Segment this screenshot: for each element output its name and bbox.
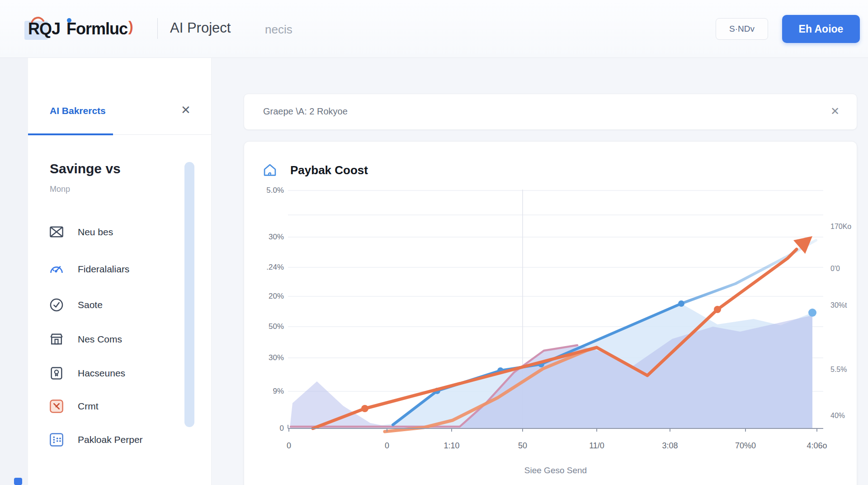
sidebar-item-label: Fideralaliars — [78, 264, 129, 275]
check-circle-icon — [49, 297, 64, 313]
app-logo: RQJ Formluc ) — [28, 16, 133, 42]
header-divider — [157, 18, 158, 39]
sidebar-item-nes-coms[interactable]: Nes Coms — [39, 327, 193, 352]
right-tick-label: 5.5% — [830, 366, 847, 374]
y-tick-label: 9% — [273, 387, 284, 396]
sidebar-item-label: Saote — [78, 300, 103, 310]
sidebar-item-hacseunes[interactable]: Hacseunes — [39, 361, 193, 386]
y-tick-label: 0 — [280, 424, 284, 433]
search-bar[interactable]: Graepe \A: 2 Rokyoe ✕ — [244, 94, 857, 130]
page-title: AI Project — [170, 20, 231, 36]
right-tick-label: 40% — [830, 412, 845, 420]
x-tick-label: 50 — [518, 441, 527, 451]
storefront-icon — [49, 332, 64, 347]
sidebar-tab-row: AI Bakrercts ✕ — [28, 58, 212, 135]
sidebar-item-neu-bes[interactable]: Neu bes — [39, 219, 193, 245]
y-axis-labels: 5.0%30%.24%20%50%30%9%0 — [252, 190, 284, 434]
right-axis-labels: 170Ko0'030%t5.5%40% — [830, 190, 857, 434]
x-axis-labels: 001:105011/03:0870%04:06o — [288, 441, 823, 452]
x-tick-label: 1:10 — [443, 441, 459, 451]
right-tick-label: 170Ko — [830, 223, 851, 231]
grid-square-icon — [49, 432, 64, 447]
y-tick-label: 5.0% — [266, 186, 284, 195]
gauge-icon — [49, 262, 64, 277]
sidebar-scrollbar[interactable] — [184, 162, 194, 427]
x-tick-label: 3:08 — [662, 441, 678, 451]
y-tick-label: 30% — [269, 353, 284, 362]
bottom-left-accent — [14, 478, 22, 485]
right-tick-label: 0'0 — [830, 265, 840, 273]
sidebar-item-saote[interactable]: Saote — [39, 292, 193, 318]
x-tick-label: 70%0 — [735, 441, 756, 451]
chart-title: Paybak Coost — [290, 163, 368, 177]
sidebar-close-icon[interactable]: ✕ — [181, 103, 191, 117]
chart-plot-area — [288, 190, 823, 434]
primary-action-button[interactable]: Eh Aoioe — [782, 15, 860, 43]
page-subtitle: necis — [265, 23, 292, 37]
sidebar-item-label: Nes Coms — [78, 334, 122, 345]
sidebar-item-label: Pakloak Perper — [78, 434, 143, 445]
sidebar-item-label: Hacseunes — [78, 368, 125, 379]
close-square-icon — [49, 399, 64, 414]
sidebar-item-crmt[interactable]: Crmt — [39, 394, 193, 419]
tab-active-underline — [28, 133, 113, 135]
chart-card: Paybak Coost 5.0%30%.24%20%50%30%9%0 170… — [244, 141, 857, 485]
document-badge-icon — [49, 366, 64, 381]
right-tick-label: 30%t — [830, 301, 847, 309]
x-tick-label: 4:06o — [807, 441, 827, 451]
sidebar-tab-active[interactable]: AI Bakrercts — [50, 105, 106, 116]
home-icon — [262, 162, 278, 178]
logo-mark-text: RQJ — [28, 19, 60, 38]
logo-name-text: Formluc — [66, 19, 127, 38]
y-tick-label: 50% — [269, 322, 284, 331]
sidebar-item-pakloak-perper[interactable]: Pakloak Perper — [39, 427, 193, 452]
sidebar-heading: Savinge vs — [50, 161, 121, 176]
sidebar-subheading: Monp — [50, 185, 70, 194]
chart-plot — [288, 190, 823, 434]
left-gutter — [0, 58, 28, 485]
sidebar-item-label: Neu bes — [78, 227, 113, 238]
search-input-value[interactable]: Graepe \A: 2 Rokyoe — [263, 106, 348, 117]
x-tick-label: 11/0 — [589, 441, 604, 451]
x-tick-label: 0 — [385, 441, 389, 451]
logo-paren-accent: ) — [128, 18, 133, 35]
x-tick-label: 0 — [287, 441, 291, 451]
mail-x-icon — [49, 224, 64, 240]
secondary-button[interactable]: S·NDv — [716, 18, 768, 40]
sidebar-item-fideralaliars[interactable]: Fideralaliars — [39, 257, 193, 282]
y-tick-label: 20% — [269, 292, 284, 301]
search-close-icon[interactable]: ✕ — [830, 105, 840, 118]
app-header: RQJ Formluc ) AI Project necis S·NDv Eh … — [0, 0, 868, 58]
y-tick-label: .24% — [266, 263, 284, 272]
sidebar-item-label: Crmt — [78, 401, 99, 412]
x-axis-title: Siee Geso Send — [288, 466, 823, 475]
y-tick-label: 30% — [269, 233, 284, 242]
